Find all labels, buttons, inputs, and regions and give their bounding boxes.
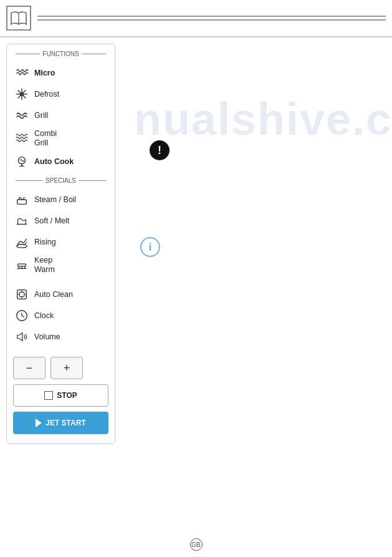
page-number: GB	[190, 538, 203, 551]
menu-item-auto-clean[interactable]: Auto Clean	[13, 284, 108, 305]
auto-cook-icon	[14, 154, 29, 169]
clock-icon	[14, 308, 29, 323]
menu-item-combi-grill[interactable]: Combi Grill	[13, 126, 108, 151]
plus-button[interactable]: +	[50, 357, 83, 379]
main-content: FUNCTIONS Micro	[0, 37, 392, 450]
header-lines	[37, 16, 386, 21]
combi-grill-label: Combi Grill	[34, 129, 57, 148]
menu-item-volume[interactable]: Volume	[13, 326, 108, 347]
menu-item-clock[interactable]: Clock	[13, 305, 108, 326]
volume-icon	[14, 329, 29, 344]
svg-line-25	[22, 316, 24, 317]
soft-melt-label: Soft / Melt	[34, 216, 69, 225]
right-content: nualshive.com ! i	[115, 44, 386, 444]
menu-item-defrost[interactable]: Defrost	[13, 84, 108, 105]
left-panel: FUNCTIONS Micro	[6, 44, 115, 444]
combi-grill-icon	[14, 131, 29, 146]
auto-cook-label: Auto Cook	[34, 157, 74, 166]
svg-rect-12	[18, 264, 26, 266]
menu-item-micro[interactable]: Micro	[13, 62, 108, 84]
volume-label: Volume	[34, 332, 60, 341]
svg-point-11	[17, 245, 27, 248]
grill-icon	[14, 108, 29, 123]
book-icon	[6, 6, 31, 31]
menu-item-keep-warm[interactable]: Keep Warm	[13, 253, 108, 278]
rising-icon	[14, 235, 29, 249]
steam-boil-label: Steam / Boil	[34, 195, 76, 204]
steam-boil-icon	[14, 192, 29, 207]
menu-item-soft-melt[interactable]: Soft / Melt	[13, 210, 108, 231]
specials-section-label: SPECIALS	[13, 177, 108, 184]
plus-minus-row: − +	[13, 357, 108, 379]
rising-label: Rising	[34, 238, 56, 246]
info-circle-black: !	[150, 140, 170, 160]
info-circle-blue: i	[140, 237, 160, 257]
micro-icon	[14, 65, 29, 80]
stop-icon	[44, 391, 53, 400]
auto-clean-label: Auto Clean	[34, 290, 73, 299]
clock-label: Clock	[34, 311, 54, 320]
defrost-label: Defrost	[34, 90, 59, 99]
bottom-buttons: − + STOP JET START	[13, 357, 108, 434]
defrost-icon	[14, 87, 29, 102]
micro-label: Micro	[34, 69, 55, 77]
menu-item-auto-cook[interactable]: Auto Cook	[13, 151, 108, 172]
watermark: nualshive.com	[134, 94, 392, 145]
menu-item-grill[interactable]: Grill	[13, 105, 108, 126]
play-icon	[36, 419, 42, 427]
stop-button[interactable]: STOP	[13, 384, 108, 407]
page-header	[0, 0, 392, 37]
soft-melt-icon	[14, 213, 29, 228]
stop-label: STOP	[57, 391, 77, 400]
page-circle: GB	[190, 538, 203, 551]
keep-warm-icon	[14, 258, 29, 273]
menu-item-steam-boil[interactable]: Steam / Boil	[13, 189, 108, 210]
menu-item-rising[interactable]: Rising	[13, 231, 108, 253]
jet-start-label: JET START	[45, 419, 85, 427]
jet-start-button[interactable]: JET START	[13, 412, 108, 434]
functions-section-label: FUNCTIONS	[13, 51, 108, 57]
svg-marker-26	[17, 333, 22, 341]
auto-clean-icon	[14, 287, 29, 302]
minus-button[interactable]: −	[13, 357, 45, 379]
keep-warm-label: Keep Warm	[34, 256, 55, 274]
grill-label: Grill	[34, 111, 48, 120]
svg-rect-9	[17, 200, 27, 204]
svg-rect-18	[19, 292, 24, 296]
